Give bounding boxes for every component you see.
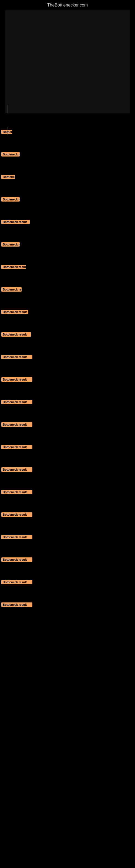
result-spacer-1 — [1, 134, 134, 149]
bottleneck-result-label-2[interactable]: Bottleneck result — [1, 152, 20, 156]
result-item-12: Bottleneck result — [1, 377, 134, 397]
chart-placeholder — [5, 10, 130, 113]
result-item-16: Bottleneck result — [1, 467, 134, 487]
result-item-3: Bottleneck result — [1, 175, 134, 194]
result-item-2: Bottleneck result — [1, 152, 134, 172]
result-spacer-7 — [1, 269, 134, 284]
result-spacer-18 — [1, 517, 134, 532]
result-spacer-14 — [1, 427, 134, 442]
result-spacer-2 — [1, 156, 134, 172]
result-spacer-12 — [1, 382, 134, 397]
result-item-9: Bottleneck result — [1, 310, 134, 329]
bottleneck-result-label-14[interactable]: Bottleneck result — [1, 422, 32, 427]
result-item-19: Bottleneck result — [1, 535, 134, 554]
bottleneck-result-label-1[interactable]: Bottleneck result — [1, 130, 12, 134]
bottleneck-result-label-16[interactable]: Bottleneck result — [1, 467, 32, 472]
bottleneck-result-label-20[interactable]: Bottleneck result — [1, 557, 32, 562]
bottleneck-result-label-12[interactable]: Bottleneck result — [1, 377, 32, 382]
result-spacer-3 — [1, 179, 134, 194]
bottleneck-result-label-3[interactable]: Bottleneck result — [1, 175, 15, 179]
bottleneck-result-label-18[interactable]: Bottleneck result — [1, 513, 32, 517]
result-item-5: Bottleneck result — [1, 220, 134, 239]
bottleneck-result-label-8[interactable]: Bottleneck result — [1, 287, 21, 291]
result-spacer-13 — [1, 404, 134, 419]
result-item-8: Bottleneck result — [1, 287, 134, 307]
result-item-13: Bottleneck result — [1, 400, 134, 419]
site-title: TheBottlenecker.com — [0, 0, 135, 10]
bottleneck-result-label-17[interactable]: Bottleneck result — [1, 490, 32, 494]
bottleneck-result-label-22[interactable]: Bottleneck result — [1, 602, 32, 607]
result-item-18: Bottleneck result — [1, 513, 134, 532]
result-item-11: Bottleneck result — [1, 355, 134, 374]
result-spacer-21 — [1, 584, 134, 599]
result-spacer-20 — [1, 562, 134, 577]
bottleneck-result-label-10[interactable]: Bottleneck result — [1, 332, 31, 337]
result-spacer-16 — [1, 472, 134, 487]
result-item-7: Bottleneck result — [1, 265, 134, 284]
result-item-6: Bottleneck result — [1, 242, 134, 261]
result-spacer-15 — [1, 449, 134, 464]
result-spacer-22 — [1, 607, 134, 622]
result-spacer-10 — [1, 337, 134, 351]
bottleneck-result-label-13[interactable]: Bottleneck result — [1, 400, 32, 404]
result-item-20: Bottleneck result — [1, 557, 134, 577]
result-item-21: Bottleneck result — [1, 580, 134, 599]
bottleneck-result-label-6[interactable]: Bottleneck result — [1, 242, 20, 247]
bottleneck-result-label-11[interactable]: Bottleneck result — [1, 355, 32, 359]
result-spacer-19 — [1, 539, 134, 554]
result-spacer-17 — [1, 494, 134, 509]
bottleneck-result-label-5[interactable]: Bottleneck result — [1, 220, 30, 224]
result-item-17: Bottleneck result — [1, 490, 134, 509]
result-spacer-11 — [1, 359, 134, 374]
result-spacer-9 — [1, 314, 134, 329]
result-item-4: Bottleneck result — [1, 197, 134, 216]
result-item-22: Bottleneck result — [1, 602, 134, 622]
result-spacer-4 — [1, 202, 134, 216]
bottleneck-result-label-4[interactable]: Bottleneck result — [1, 197, 20, 202]
bottleneck-result-label-9[interactable]: Bottleneck result — [1, 310, 28, 314]
chart-area — [5, 10, 130, 124]
result-item-10: Bottleneck result — [1, 332, 134, 351]
bottleneck-result-label-19[interactable]: Bottleneck result — [1, 535, 32, 539]
result-spacer-6 — [1, 247, 134, 261]
results-section: Bottleneck resultBottleneck resultBottle… — [0, 130, 135, 622]
result-item-1: Bottleneck result — [1, 130, 134, 149]
result-item-15: Bottleneck result — [1, 445, 134, 464]
result-item-14: Bottleneck result — [1, 422, 134, 442]
result-spacer-8 — [1, 291, 134, 307]
bottleneck-result-label-15[interactable]: Bottleneck result — [1, 445, 32, 449]
bottleneck-result-label-7[interactable]: Bottleneck result — [1, 265, 26, 269]
bottleneck-result-label-21[interactable]: Bottleneck result — [1, 580, 32, 584]
result-spacer-5 — [1, 224, 134, 239]
